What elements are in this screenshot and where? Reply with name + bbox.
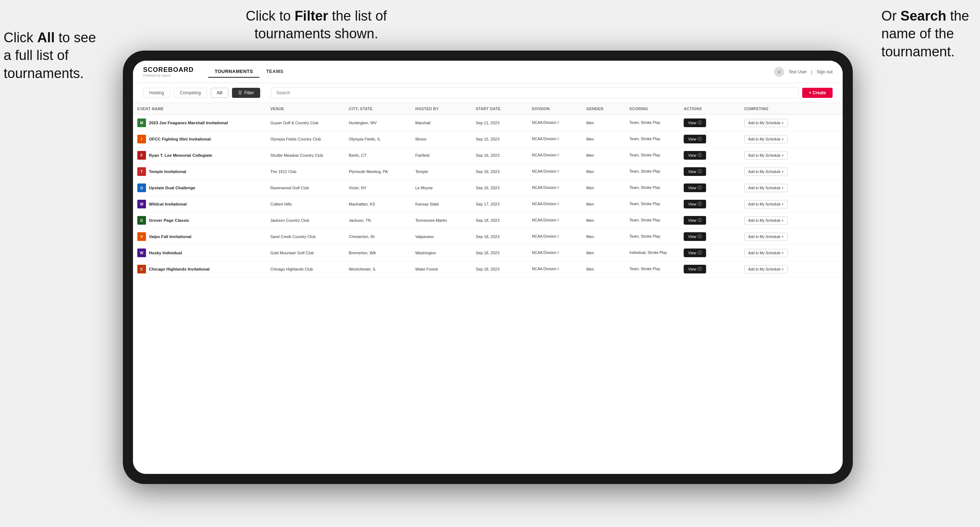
- actions-cell: View ⓘ: [679, 245, 740, 261]
- date-cell: Sep 18, 2023: [472, 245, 528, 261]
- gender-cell: Men: [582, 213, 625, 229]
- view-button[interactable]: View ⓘ: [684, 167, 706, 176]
- main-nav: TOURNAMENTS TEAMS: [208, 66, 290, 78]
- division-cell: NCAA Division I: [528, 229, 582, 245]
- add-to-schedule-button[interactable]: Add to My Schedule +: [745, 184, 788, 192]
- add-to-schedule-button[interactable]: Add to My Schedule +: [745, 151, 788, 160]
- hosted-by-cell: Wake Forest: [411, 261, 471, 278]
- separator: |: [811, 69, 812, 75]
- scoring-cell: Team, Stroke Play: [625, 261, 680, 278]
- division-cell: NCAA Division I: [528, 163, 582, 180]
- scoring-cell: Team, Stroke Play: [625, 148, 680, 163]
- gender-cell: Men: [582, 196, 625, 213]
- create-button[interactable]: + Create: [802, 88, 832, 98]
- view-button[interactable]: View ⓘ: [684, 135, 706, 143]
- hosted-by-cell: Illinois: [411, 131, 471, 148]
- view-button[interactable]: View ⓘ: [684, 265, 706, 273]
- actions-cell: View ⓘ: [679, 180, 740, 196]
- team-logo: F: [137, 151, 146, 160]
- event-name: Upstate Dual Challenge: [149, 186, 195, 190]
- table-header-row: EVENT NAME VENUE CITY, STATE HOSTED BY S…: [133, 103, 843, 115]
- scoring-cell: Individual, Stroke Play: [625, 245, 680, 261]
- tablet-device: SCOREBOARD Powered by clipp'd TOURNAMENT…: [123, 51, 853, 484]
- view-button[interactable]: View ⓘ: [684, 151, 706, 160]
- nav-tab-teams[interactable]: TEAMS: [259, 66, 290, 78]
- team-logo: C: [137, 265, 146, 273]
- table-row: T Temple Invitational The 1912 ClubPlymo…: [133, 163, 843, 180]
- date-cell: Sep 15, 2023: [472, 131, 528, 148]
- table-row: U Upstate Dual Challenge Ravenwood Golf …: [133, 180, 843, 196]
- add-to-schedule-button[interactable]: Add to My Schedule +: [745, 265, 788, 273]
- add-to-schedule-button[interactable]: Add to My Schedule +: [745, 119, 788, 127]
- venue-cell: Colbert Hills: [266, 196, 344, 213]
- team-logo: M: [137, 119, 146, 127]
- venue-cell: Chicago Highlands Club: [266, 261, 344, 278]
- table-row: F Ryan T. Lee Memorial Collegiate Shuttl…: [133, 148, 843, 163]
- add-to-schedule-button[interactable]: Add to My Schedule +: [745, 216, 788, 225]
- view-button[interactable]: View ⓘ: [684, 232, 706, 241]
- scoring-cell: Team, Stroke Play: [625, 131, 680, 148]
- event-name: Ryan T. Lee Memorial Collegiate: [149, 153, 212, 157]
- view-button[interactable]: View ⓘ: [684, 249, 706, 257]
- competing-cell: Add to My Schedule +: [740, 115, 843, 131]
- date-cell: Sep 18, 2023: [472, 213, 528, 229]
- date-cell: Sep 11, 2023: [472, 115, 528, 131]
- city-cell: Jackson, TN: [344, 213, 411, 229]
- view-button[interactable]: View ⓘ: [684, 119, 706, 127]
- sign-out-link[interactable]: Sign out: [817, 69, 832, 75]
- hosting-tab[interactable]: Hosting: [143, 88, 170, 98]
- event-name-cell: C Chicago Highlands Invitational: [137, 265, 262, 273]
- annotation-left: Click All to seea full list oftournament…: [3, 29, 96, 83]
- event-name-cell: F Ryan T. Lee Memorial Collegiate: [137, 151, 262, 160]
- division-cell: NCAA Division I: [528, 131, 582, 148]
- competing-tab[interactable]: Competing: [174, 88, 207, 98]
- date-cell: Sep 17, 2023: [472, 196, 528, 213]
- gender-cell: Men: [582, 148, 625, 163]
- all-tab[interactable]: All: [211, 88, 228, 98]
- table-row: M 2023 Joe Feaganes Marshall Invitationa…: [133, 115, 843, 131]
- team-logo: U: [137, 184, 146, 192]
- competing-cell: Add to My Schedule +: [740, 131, 843, 148]
- add-to-schedule-button[interactable]: Add to My Schedule +: [745, 233, 788, 241]
- nav-tab-tournaments[interactable]: TOURNAMENTS: [208, 66, 259, 78]
- venue-cell: Guyan Golf & Country Club: [266, 115, 344, 131]
- venue-cell: The 1912 Club: [266, 163, 344, 180]
- header-right: U Test User | Sign out: [774, 67, 832, 77]
- competing-cell: Add to My Schedule +: [740, 180, 843, 196]
- hosted-by-cell: Kansas State: [411, 196, 471, 213]
- annotation-top-center: Click to Filter the list oftournaments s…: [246, 7, 387, 43]
- col-header-date: START DATE: [472, 103, 528, 115]
- info-icon: ⓘ: [698, 250, 702, 256]
- event-name-cell: U Upstate Dual Challenge: [137, 184, 262, 192]
- tournaments-table-container: EVENT NAME VENUE CITY, STATE HOSTED BY S…: [133, 103, 843, 474]
- add-to-schedule-button[interactable]: Add to My Schedule +: [745, 168, 788, 176]
- event-name: Temple Invitational: [149, 170, 186, 174]
- add-to-schedule-button[interactable]: Add to My Schedule +: [745, 249, 788, 257]
- view-button[interactable]: View ⓘ: [684, 216, 706, 225]
- date-cell: Sep 16, 2023: [472, 163, 528, 180]
- table-row: W Wildcat Invitational Colbert HillsManh…: [133, 196, 843, 213]
- competing-cell: Add to My Schedule +: [740, 261, 843, 278]
- hosted-by-cell: Temple: [411, 163, 471, 180]
- city-cell: Berlin, CT: [344, 148, 411, 163]
- info-icon: ⓘ: [698, 137, 702, 141]
- view-button[interactable]: View ⓘ: [684, 200, 706, 208]
- add-to-schedule-button[interactable]: Add to My Schedule +: [745, 200, 788, 208]
- search-input[interactable]: [271, 87, 799, 98]
- col-header-division: DIVISION: [528, 103, 582, 115]
- event-name: OFCC Fighting Illini Invitational: [149, 137, 211, 141]
- team-logo: V: [137, 232, 146, 241]
- view-button[interactable]: View ⓘ: [684, 184, 706, 192]
- filter-button[interactable]: ☰ Filter: [232, 88, 260, 98]
- col-header-scoring: SCORING: [625, 103, 680, 115]
- event-name-cell: M 2023 Joe Feaganes Marshall Invitationa…: [137, 119, 262, 127]
- team-logo: I: [137, 135, 146, 143]
- table-row: G Grover Page Classic Jackson Country Cl…: [133, 213, 843, 229]
- event-name-cell: G Grover Page Classic: [137, 216, 262, 225]
- gender-cell: Men: [582, 229, 625, 245]
- event-name-cell: W Husky Individual: [137, 249, 262, 257]
- venue-cell: Olympia Fields Country Club: [266, 131, 344, 148]
- add-to-schedule-button[interactable]: Add to My Schedule +: [745, 135, 788, 143]
- team-logo: W: [137, 249, 146, 257]
- venue-cell: Sand Creek Country Club: [266, 229, 344, 245]
